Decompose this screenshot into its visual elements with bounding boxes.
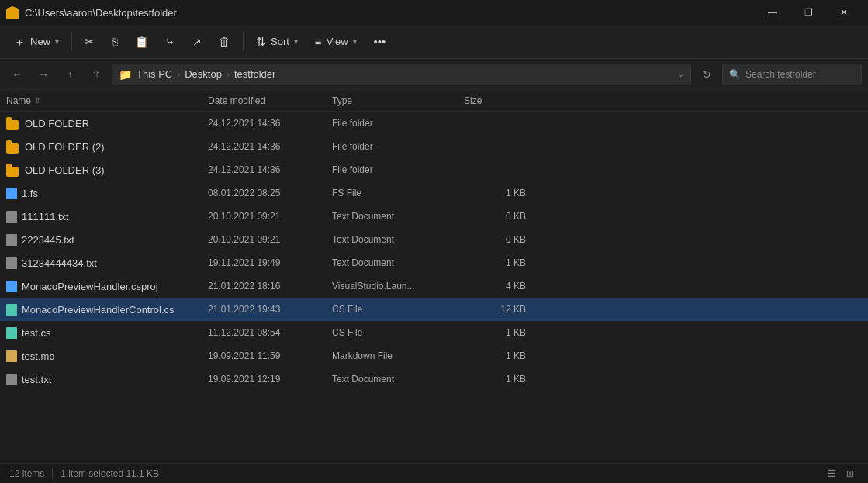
sort-dropdown-arrow: ▾	[294, 37, 298, 46]
share-button[interactable]: ↗	[185, 29, 209, 55]
table-row[interactable]: OLD FOLDER (3) 24.12.2021 14:36 File fol…	[0, 158, 868, 181]
grid-view-icon: ⊞	[846, 468, 854, 479]
cut-button[interactable]: ✂	[77, 29, 102, 55]
address-bar[interactable]: 📁 This PC › Desktop › testfolder ⌄	[112, 64, 691, 85]
list-view-button[interactable]: ☰	[823, 465, 840, 482]
more-button[interactable]: •••	[366, 29, 394, 55]
file-name: test.cs	[6, 326, 208, 339]
copy-button[interactable]: ⎘	[104, 29, 126, 55]
move-icon: ⤷	[165, 36, 175, 47]
table-row[interactable]: test.txt 19.09.2021 12:19 Text Document …	[0, 367, 868, 391]
breadcrumb-sep-2: ›	[227, 69, 230, 80]
forward-button[interactable]: →	[33, 64, 54, 85]
folder-icon	[6, 116, 20, 130]
up-dir-button[interactable]: ⇧	[85, 64, 107, 85]
breadcrumb-desktop: Desktop	[185, 68, 222, 80]
file-type: File folder	[332, 141, 464, 152]
breadcrumb-sep-1: ›	[177, 69, 180, 80]
back-button[interactable]: ←	[6, 64, 28, 85]
col-header-name[interactable]: Name ⇧	[6, 95, 208, 106]
copy-icon: ⎘	[112, 36, 118, 47]
status-divider	[52, 468, 53, 479]
file-date: 24.12.2021 14:36	[208, 118, 332, 129]
file-name: 1.fs	[6, 187, 208, 199]
table-row[interactable]: 111111.txt 20.10.2021 09:21 Text Documen…	[0, 205, 868, 228]
col-header-date[interactable]: Date modified	[208, 95, 332, 106]
col-header-size[interactable]: Size	[464, 95, 526, 106]
table-row[interactable]: OLD FOLDER (2) 24.12.2021 14:36 File fol…	[0, 135, 868, 158]
breadcrumb-this-pc: This PC	[137, 68, 172, 80]
column-headers: Name ⇧ Date modified Type Size	[0, 90, 868, 112]
file-date: 20.10.2021 09:21	[208, 234, 332, 245]
sort-icon: ⇅	[256, 36, 266, 47]
table-row[interactable]: MonacoPreviewHandlerControl.cs 21.01.202…	[0, 298, 868, 321]
title-path: C:\Users\aaron\Desktop\testfolder	[25, 7, 177, 19]
file-date: 24.12.2021 14:36	[208, 164, 332, 175]
table-row[interactable]: MonacoPreviewHandler.csproj 21.01.2022 1…	[0, 274, 868, 298]
file-size: 12 KB	[464, 304, 526, 315]
file-name: MonacoPreviewHandlerControl.cs	[6, 303, 208, 316]
file-type: FS File	[332, 188, 464, 198]
file-type: Text Document	[332, 234, 464, 245]
paste-button[interactable]: 📋	[127, 29, 156, 55]
sort-button[interactable]: ⇅ Sort ▾	[248, 29, 306, 55]
file-name: 2223445.txt	[6, 233, 208, 246]
file-size: 4 KB	[464, 281, 526, 292]
file-name: OLD FOLDER (3)	[6, 163, 208, 177]
list-view-icon: ☰	[828, 468, 836, 479]
toolbar-sep-1	[71, 33, 72, 51]
search-icon: 🔍	[729, 69, 741, 80]
file-icon	[6, 374, 17, 385]
minimize-button[interactable]: —	[755, 0, 790, 25]
file-size: 1 KB	[464, 350, 526, 361]
table-row[interactable]: test.md 19.09.2021 11:59 Markdown File 1…	[0, 344, 868, 367]
file-size: 1 KB	[464, 374, 526, 385]
file-date: 24.12.2021 14:36	[208, 141, 332, 152]
file-rows: OLD FOLDER 24.12.2021 14:36 File folder …	[0, 112, 868, 391]
file-type: Markdown File	[332, 350, 464, 361]
grid-view-button[interactable]: ⊞	[842, 465, 859, 482]
status-bar: 12 items 1 item selected 11.1 KB ☰ ⊞	[0, 463, 868, 483]
paste-icon: 📋	[135, 36, 148, 47]
table-row[interactable]: 31234444434.txt 19.11.2021 19:49 Text Do…	[0, 251, 868, 274]
view-dropdown-arrow: ▾	[353, 37, 357, 46]
refresh-button[interactable]: ↻	[696, 64, 718, 85]
up-button[interactable]: ↑	[59, 64, 81, 85]
search-box[interactable]: 🔍 Search testfolder	[722, 64, 862, 85]
file-name: 111111.txt	[6, 210, 208, 223]
file-date: 21.01.2022 19:43	[208, 304, 332, 315]
new-button[interactable]: ＋ New ▾	[6, 29, 67, 55]
selected-info: 1 item selected 11.1 KB	[61, 468, 159, 479]
folder-icon	[6, 6, 19, 19]
close-button[interactable]: ✕	[826, 0, 862, 25]
col-header-type[interactable]: Type	[332, 95, 464, 106]
table-row[interactable]: test.cs 11.12.2021 08:54 CS File 1 KB	[0, 321, 868, 344]
file-name: MonacoPreviewHandler.csproj	[6, 280, 208, 292]
table-row[interactable]: 2223445.txt 20.10.2021 09:21 Text Docume…	[0, 228, 868, 251]
view-button[interactable]: ≡ View ▾	[307, 29, 365, 55]
delete-button[interactable]: 🗑	[211, 29, 238, 55]
file-icon	[6, 234, 17, 246]
search-placeholder: Search testfolder	[745, 69, 816, 80]
file-type: CS File	[332, 327, 464, 338]
table-row[interactable]: OLD FOLDER 24.12.2021 14:36 File folder	[0, 112, 868, 135]
address-dropdown-arrow[interactable]: ⌄	[677, 69, 684, 79]
file-name: OLD FOLDER (2)	[6, 140, 208, 154]
file-type: CS File	[332, 304, 464, 315]
file-icon	[6, 257, 17, 269]
file-name: test.txt	[6, 373, 208, 385]
new-label: New	[30, 36, 50, 47]
file-area: Name ⇧ Date modified Type Size OLD FOLDE…	[0, 90, 868, 463]
new-dropdown-arrow: ▾	[55, 37, 59, 46]
file-name: 31234444434.txt	[6, 257, 208, 269]
move-button[interactable]: ⤷	[157, 29, 183, 55]
file-date: 19.09.2021 11:59	[208, 350, 332, 361]
file-icon	[6, 188, 17, 199]
toolbar-sep-2	[243, 33, 244, 51]
breadcrumb-testfolder: testfolder	[234, 68, 275, 80]
table-row[interactable]: 1.fs 08.01.2022 08:25 FS File 1 KB	[0, 181, 868, 205]
file-date: 20.10.2021 09:21	[208, 211, 332, 222]
file-type: Text Document	[332, 257, 464, 268]
maximize-button[interactable]: ❐	[790, 0, 826, 25]
toolbar: ＋ New ▾ ✂ ⎘ 📋 ⤷ ↗ 🗑 ⇅ Sort ▾ ≡	[0, 25, 868, 59]
